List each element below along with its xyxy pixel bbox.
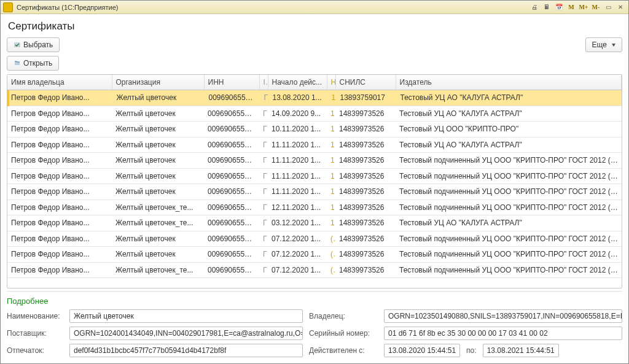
- memory-mminus-button[interactable]: M-: [590, 2, 601, 12]
- cell-start: 11.11.2020 1...: [268, 184, 327, 199]
- cell-snils: 14839973526: [335, 137, 396, 153]
- field-supplier[interactable]: OGRN=1024001434049,INN=004029017981,E=ca…: [69, 327, 303, 340]
- col-inn[interactable]: ИНН: [204, 75, 259, 90]
- cell-n: 1: [327, 137, 335, 153]
- field-valid-to[interactable]: 13.08.2021 15:44:51: [483, 344, 559, 357]
- cell-start: 11.11.2020 1...: [268, 137, 327, 153]
- cell-owner: Петров Федор Ивано...: [7, 215, 112, 231]
- cell-issuer: Тестовый подчиненный УЦ ООО "КРИПТО-ПРО"…: [396, 200, 622, 215]
- calc-icon[interactable]: 🖩: [541, 2, 552, 12]
- open-button[interactable]: Открыть: [7, 56, 59, 71]
- label-valid-from: Действителен с:: [309, 346, 378, 355]
- cell-n: 1: [327, 215, 335, 231]
- cell-snils: 14839973526: [335, 247, 396, 262]
- cell-owner: Петров Федор Ивано...: [7, 137, 112, 153]
- cell-n: 1: [327, 169, 335, 184]
- field-owner[interactable]: OGRN=1023501490880,SNILS=13893759017,INN…: [384, 309, 622, 323]
- cell-snils: 14839973526: [335, 200, 396, 215]
- cell-i: Г: [259, 247, 268, 262]
- cell-i: Г: [259, 137, 268, 153]
- cell-issuer: Тестовый подчиненный УЦ ООО "КРИПТО-ПРО"…: [396, 184, 622, 199]
- cell-i: Г: [259, 122, 268, 137]
- cell-n: 1: [327, 153, 335, 168]
- cell-inn: 009690655818: [204, 215, 259, 231]
- cell-start: 11.11.2020 1...: [268, 169, 327, 184]
- open-button-label: Открыть: [23, 59, 52, 68]
- col-owner[interactable]: Имя владельца: [7, 75, 112, 90]
- choose-button[interactable]: Выбрать: [7, 37, 60, 52]
- table-row[interactable]: Петров Федор Ивано...Желтый цветочек0096…: [7, 231, 622, 247]
- table-row[interactable]: Петров Федор Ивано...Желтый цветочек0096…: [7, 169, 622, 185]
- cell-issuer: Тестовый подчиненный УЦ ООО "КРИПТО-ПРО"…: [396, 263, 622, 278]
- cell-issuer: Тестовый УЦ АО "КАЛУГА АСТРАЛ": [396, 215, 622, 231]
- label-name: Наименование:: [7, 312, 63, 320]
- app-icon: [3, 2, 13, 12]
- cell-org: Желтый цветочек: [112, 247, 204, 262]
- cell-n: 1: [327, 122, 335, 137]
- titlebar: Сертификаты (1С:Предприятие) 🖨 🖩 📅 M M+ …: [1, 1, 628, 14]
- col-n[interactable]: Н: [327, 75, 335, 90]
- cell-snils: 14839973526: [335, 231, 396, 247]
- table-row[interactable]: Петров Федор Ивано...Желтый цветочек0096…: [7, 90, 622, 106]
- cell-inn: 009690655818: [205, 90, 260, 106]
- more-button[interactable]: Еще: [585, 37, 622, 52]
- cell-i: Г: [259, 153, 268, 168]
- cell-i: Г: [259, 184, 268, 199]
- col-start[interactable]: Начало дейс...: [268, 75, 327, 90]
- table-row[interactable]: Петров Федор Ивано...Желтый цветочек0096…: [7, 122, 622, 137]
- table-row[interactable]: Петров Федор Ивано...Желтый цветочек_те.…: [7, 263, 622, 279]
- table-row[interactable]: Петров Федор Ивано...Желтый цветочек_те.…: [7, 200, 622, 216]
- cell-snils: 14839973526: [335, 184, 396, 199]
- cell-org: Желтый цветочек_те...: [112, 215, 204, 231]
- cell-start: 11.11.2020 1...: [268, 153, 327, 168]
- cell-i: Г: [260, 90, 269, 106]
- cell-snils: 13893759017: [337, 90, 397, 106]
- col-snils[interactable]: СНИЛС: [335, 75, 396, 90]
- cell-owner: Петров Федор Ивано...: [7, 231, 112, 247]
- label-supplier: Поставщик:: [7, 329, 63, 338]
- cell-snils: 14839973526: [335, 215, 396, 231]
- field-valid-from[interactable]: 13.08.2020 15:44:51: [384, 344, 460, 357]
- cell-i: Г: [259, 200, 268, 215]
- table-row[interactable]: Петров Федор Ивано...Желтый цветочек0096…: [7, 137, 622, 153]
- field-name[interactable]: Желтый цветочек: [69, 309, 303, 323]
- cell-org: Желтый цветочек: [112, 231, 204, 247]
- choose-icon: [14, 41, 21, 48]
- minimize-icon[interactable]: ▭: [603, 2, 614, 12]
- table-row[interactable]: Петров Федор Ивано...Желтый цветочек0096…: [7, 247, 622, 263]
- cell-inn: 009690655818: [204, 106, 259, 122]
- calendar-icon[interactable]: 📅: [553, 2, 565, 12]
- label-serial: Серийный номер:: [309, 329, 378, 338]
- col-issuer[interactable]: Издатель: [396, 75, 622, 90]
- table-row[interactable]: Петров Федор Ивано...Желтый цветочек0096…: [7, 153, 622, 169]
- cell-owner: Петров Федор Ивано...: [9, 90, 113, 106]
- table-row[interactable]: Петров Федор Ивано...Желтый цветочек0096…: [7, 106, 622, 122]
- cell-issuer: Тестовый УЦ ООО "КРИПТО-ПРО": [396, 122, 622, 137]
- memory-m-button[interactable]: M: [566, 2, 577, 12]
- more-button-label: Еще: [592, 41, 607, 49]
- close-icon[interactable]: ✕: [615, 2, 626, 12]
- choose-button-label: Выбрать: [23, 41, 53, 49]
- print-icon[interactable]: 🖨: [529, 2, 540, 12]
- label-owner: Владелец:: [309, 312, 378, 320]
- cell-org: Желтый цветочек: [112, 153, 204, 168]
- cell-issuer: Тестовый УЦ АО "КАЛУГА АСТРАЛ": [396, 106, 622, 122]
- table-row[interactable]: Петров Федор Ивано...Желтый цветочек0096…: [7, 184, 622, 200]
- toolbar-row-2: Открыть: [7, 56, 622, 71]
- cell-n: 1: [327, 184, 335, 199]
- valid-row: 13.08.2020 15:44:51 по: 13.08.2021 15:44…: [384, 344, 622, 357]
- cell-n: (: [327, 247, 335, 262]
- col-i[interactable]: I: [259, 75, 268, 90]
- cell-start: 07.12.2020 1...: [268, 247, 327, 262]
- table-body[interactable]: Петров Федор Ивано...Желтый цветочек0096…: [7, 90, 622, 285]
- window-title: Сертификаты (1С:Предприятие): [17, 4, 529, 11]
- cell-start: 10.11.2020 1...: [268, 122, 327, 137]
- cell-issuer: Тестовый УЦ АО "КАЛУГА АСТРАЛ": [396, 137, 622, 153]
- table-row[interactable]: Петров Федор Ивано...Желтый цветочек_те.…: [7, 215, 622, 231]
- cell-i: Г: [259, 106, 268, 122]
- field-serial[interactable]: 01 d6 71 6f 8b ec 35 30 00 00 00 17 03 4…: [384, 327, 622, 340]
- cell-org: Желтый цветочек: [112, 184, 204, 199]
- memory-mplus-button[interactable]: M+: [578, 2, 589, 12]
- col-org[interactable]: Организация: [112, 75, 204, 90]
- field-thumbprint[interactable]: def0f4d31b1bcbc457f7c77b05941d4b4172bf8f: [69, 344, 303, 357]
